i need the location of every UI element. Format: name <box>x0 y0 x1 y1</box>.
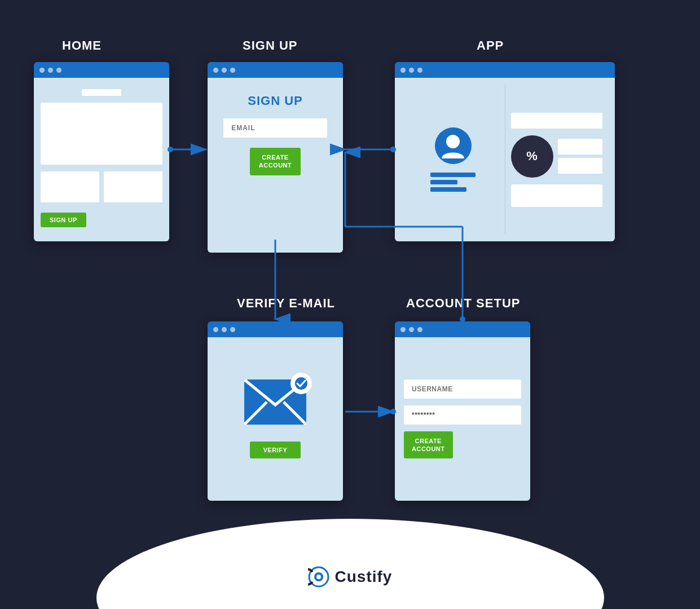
user-info-lines <box>430 173 476 192</box>
dot-1 <box>400 327 406 332</box>
app-label: APP <box>477 38 504 53</box>
signup-title: SIGN UP <box>214 94 336 108</box>
dot-1 <box>400 68 406 73</box>
app-bar-2 <box>558 139 603 155</box>
dot-1 <box>213 327 218 332</box>
home-window: SIGN UP <box>34 62 169 241</box>
verify-email-label: VERIFY E-MAIL <box>237 296 335 311</box>
logo-text: Custify <box>335 568 393 586</box>
bottom-arc <box>96 519 604 609</box>
account-setup-body: CREATEACCOUNT <box>395 337 530 501</box>
dot-3 <box>417 68 422 73</box>
dot-2 <box>409 327 414 332</box>
app-window: % <box>395 62 615 241</box>
account-create-button[interactable]: CREATEACCOUNT <box>404 431 453 459</box>
dot-2 <box>222 327 227 332</box>
app-bar-3 <box>558 158 603 174</box>
signup-titlebar <box>208 62 343 78</box>
app-titlebar <box>395 62 615 78</box>
signup-label: SIGN UP <box>243 38 297 53</box>
signup-window: SIGN UP CREATEACCOUNT <box>208 62 343 253</box>
home-label: HOME <box>62 38 102 53</box>
verify-button[interactable]: VERIFY <box>250 442 301 458</box>
home-card-right <box>104 171 162 202</box>
home-signup-button[interactable]: SIGN UP <box>41 213 86 227</box>
svg-point-11 <box>316 575 321 579</box>
user-line-1 <box>430 173 476 177</box>
user-line-3 <box>430 187 466 192</box>
home-card-left <box>41 171 99 202</box>
app-right-panel: % <box>505 85 609 235</box>
user-line-2 <box>430 180 457 184</box>
password-input[interactable] <box>404 405 521 425</box>
account-setup-window: CREATEACCOUNT <box>395 321 530 501</box>
percent-circle: % <box>511 135 553 178</box>
dot-2 <box>222 68 227 73</box>
app-body: % <box>395 78 615 241</box>
dot-1 <box>39 68 45 73</box>
dot-1 <box>213 68 218 73</box>
home-hero-image <box>41 103 162 165</box>
dot-2 <box>48 68 53 73</box>
custify-logo-icon <box>308 566 329 588</box>
signup-body: SIGN UP CREATEACCOUNT <box>208 78 343 253</box>
svg-point-0 <box>446 135 460 148</box>
app-bar-1 <box>511 113 603 129</box>
dot-3 <box>56 68 61 73</box>
verify-titlebar <box>208 321 343 337</box>
create-account-button[interactable]: CREATEACCOUNT <box>250 148 301 175</box>
home-nav-bar <box>82 89 121 96</box>
username-input[interactable] <box>404 379 521 399</box>
user-avatar <box>435 127 472 164</box>
checkmark-icon <box>294 377 308 390</box>
dot-3 <box>230 68 235 73</box>
dot-3 <box>417 327 422 332</box>
email-input[interactable] <box>223 118 327 138</box>
home-titlebar <box>34 62 169 78</box>
dot-3 <box>230 327 235 332</box>
app-bar-4 <box>511 184 603 207</box>
email-icon-wrapper <box>244 379 306 430</box>
check-badge <box>290 373 312 394</box>
verify-window: VERIFY <box>208 321 343 501</box>
home-body: SIGN UP <box>34 78 169 241</box>
dot-2 <box>409 68 414 73</box>
app-left-panel <box>402 85 505 235</box>
logo-area: Custify <box>308 566 393 588</box>
verify-body: VERIFY <box>208 337 343 501</box>
home-cards <box>41 171 162 202</box>
account-setup-titlebar <box>395 321 530 337</box>
user-silhouette-icon <box>442 134 464 158</box>
account-setup-label: ACCOUNT SETUP <box>406 296 520 311</box>
